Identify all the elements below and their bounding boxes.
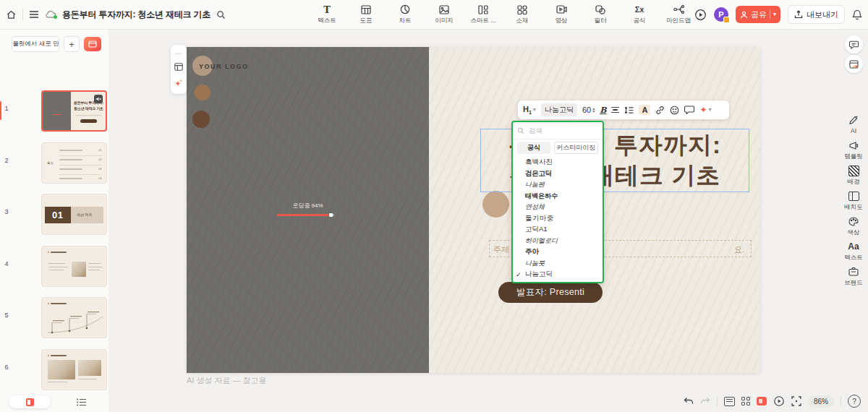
tool-image[interactable]: 이미지 (427, 4, 461, 25)
comments-button[interactable] (845, 35, 863, 53)
more-options-icon[interactable]: ⋯ (175, 51, 182, 56)
font-option[interactable]: 고딕A1 (513, 224, 603, 236)
document-title: 용돈부터 투자까지: 청소년 재테크 기초 (62, 9, 210, 21)
thumb-heading (48, 303, 67, 304)
share-button[interactable]: 공유 ▾ (736, 6, 780, 23)
tab-custom-fonts[interactable]: 커스터마이징 (554, 142, 598, 154)
slide-thumbnail-2[interactable]: 목차 01 02 03 04 (41, 142, 107, 184)
search-icon[interactable] (216, 10, 226, 20)
chevron-down-icon[interactable]: ▾ (773, 12, 776, 17)
undo-icon[interactable] (684, 397, 694, 405)
table-icon (361, 4, 371, 15)
tool-video[interactable]: 영상 (544, 4, 579, 25)
font-option-selected[interactable]: ✓ 나눔고딕 (513, 269, 603, 280)
thumb-heading (48, 355, 67, 356)
font-option[interactable]: 흑백사진 (513, 157, 603, 168)
link-button[interactable] (655, 106, 665, 115)
list-view-tab[interactable] (77, 398, 87, 406)
timeline-graphic (42, 308, 106, 337)
check-icon: ✓ (516, 271, 522, 278)
slide-context-toolbar: ⋯ (171, 45, 187, 94)
redo-icon[interactable] (700, 397, 710, 405)
tool-chart[interactable]: 차트 (388, 4, 422, 25)
export-button[interactable]: 내보내기 (788, 5, 845, 24)
presenter-button[interactable]: 발표자: Presenti (498, 282, 603, 303)
sidebar-item-layout[interactable]: 배치도 (839, 190, 868, 212)
play-slideshow-icon[interactable] (773, 395, 785, 407)
ai-template-button[interactable] (84, 37, 101, 51)
divider (717, 396, 718, 406)
ai-assist-button[interactable]: ✦ ▾ (699, 105, 711, 115)
thumbnail-view-tab[interactable] (9, 395, 51, 408)
tool-filter[interactable]: 필터 (583, 4, 618, 25)
font-option[interactable]: 태백은하수 (513, 191, 603, 202)
smartart-icon (478, 4, 488, 15)
notifications-bell-icon[interactable] (852, 9, 862, 20)
notes-icon[interactable] (724, 397, 735, 406)
bold-button[interactable]: B (600, 106, 606, 115)
font-option[interactable]: 연성체 (513, 202, 603, 213)
slides-panel: 템플릿에서 새로 만... + 1 2 3 4 5 6 용돈부터 투자까지: 청… (0, 29, 109, 412)
fullscreen-icon[interactable] (791, 396, 801, 406)
formula-icon: Σx (635, 4, 644, 15)
sidebar-item-template[interactable]: 템플릿 (839, 140, 868, 161)
font-search-input[interactable] (527, 126, 595, 135)
stepper-arrows[interactable]: ▴▾ (592, 107, 595, 113)
sidebar-item-background[interactable]: 배경 (839, 165, 868, 186)
font-option[interactable]: 나눔붓 (513, 258, 603, 270)
sidebar-item-brand[interactable]: 브랜드 (839, 266, 868, 288)
text-tool-icon: T (323, 4, 331, 15)
ai-sparkle-icon[interactable] (174, 79, 183, 87)
slide-canvas[interactable]: YOUR LOGO 로딩중 94% (187, 47, 760, 373)
font-option[interactable]: 나눔스퀘어라운드 (513, 280, 603, 284)
present-play-icon[interactable] (694, 9, 707, 21)
tool-table[interactable]: 도표 (349, 4, 383, 25)
help-button[interactable]: ? (848, 395, 861, 408)
slide-number: 2 (1, 157, 12, 164)
sidebar-item-text[interactable]: Aa 텍스트 (839, 241, 868, 262)
sidebar-item-ai[interactable]: AI (839, 114, 868, 134)
tool-assets[interactable]: 소재 (505, 4, 540, 25)
slide-layout-icon[interactable] (174, 63, 183, 71)
toc-row: 02 (59, 159, 102, 160)
font-option[interactable]: 둘기마중 (513, 213, 603, 225)
tool-smartart[interactable]: 스마트 ... (466, 4, 501, 25)
font-option[interactable]: 검은고딕 (513, 168, 603, 180)
add-slide-button[interactable]: + (64, 36, 80, 52)
avatar[interactable]: P (714, 7, 728, 22)
slide-thumbnail-4[interactable] (41, 246, 107, 287)
tool-text[interactable]: T 텍스트 (310, 4, 344, 25)
template-panel-button[interactable] (845, 55, 863, 73)
tab-official-fonts[interactable]: 공식 (517, 142, 550, 154)
comment-button[interactable] (684, 106, 694, 114)
heading-style-button[interactable]: H1 ▾ (523, 105, 536, 115)
tool-formula[interactable]: Σx 공식 (622, 4, 657, 25)
tool-mindmap[interactable]: 마인드맵 (661, 4, 696, 25)
new-from-template-button[interactable]: 템플릿에서 새로 만... (12, 36, 59, 52)
font-family-selector[interactable]: 나눔고딕 (541, 103, 577, 116)
slides-panel-footer (0, 392, 109, 412)
slide-thumbnail-3[interactable]: 01 섹션 제목 (41, 194, 107, 235)
sidebar-item-color[interactable]: 색상 (839, 215, 868, 237)
font-option[interactable]: 하이멜로디 (513, 236, 603, 247)
slide-thumbnail-6[interactable] (41, 349, 107, 390)
font-size-stepper[interactable]: 60 ▴▾ (582, 106, 595, 114)
line-spacing-button[interactable] (624, 106, 634, 114)
font-option[interactable]: 나눔펜 (513, 179, 603, 191)
zoom-level[interactable]: 86% (808, 395, 834, 408)
align-center-button[interactable] (611, 107, 619, 113)
emoji-button[interactable] (670, 106, 679, 115)
menu-icon[interactable] (29, 10, 39, 19)
text-format-toolbar: H1 ▾ 나눔고딕 60 ▴▾ B A ✦ ▾ (518, 100, 729, 119)
brand-icon (848, 266, 859, 278)
right-sidebar: AI 템플릿 배경 배치도 색상 Aa 텍스트 (839, 29, 868, 412)
font-option[interactable]: 주아 (513, 246, 603, 258)
grid-view-icon[interactable] (741, 397, 750, 405)
slide-view-icon[interactable] (757, 397, 767, 405)
slide-thumbnail-1[interactable]: 용돈부터 투자까지: 청소년 재테크 기초 (41, 90, 107, 132)
ai-generated-note: AI 생성 자료 — 참고용 (187, 375, 267, 386)
text-color-button[interactable]: A (639, 105, 650, 115)
sparkle-icon: ✦ (699, 105, 707, 115)
slide-thumbnail-5[interactable] (41, 297, 107, 338)
home-icon[interactable] (6, 9, 17, 20)
